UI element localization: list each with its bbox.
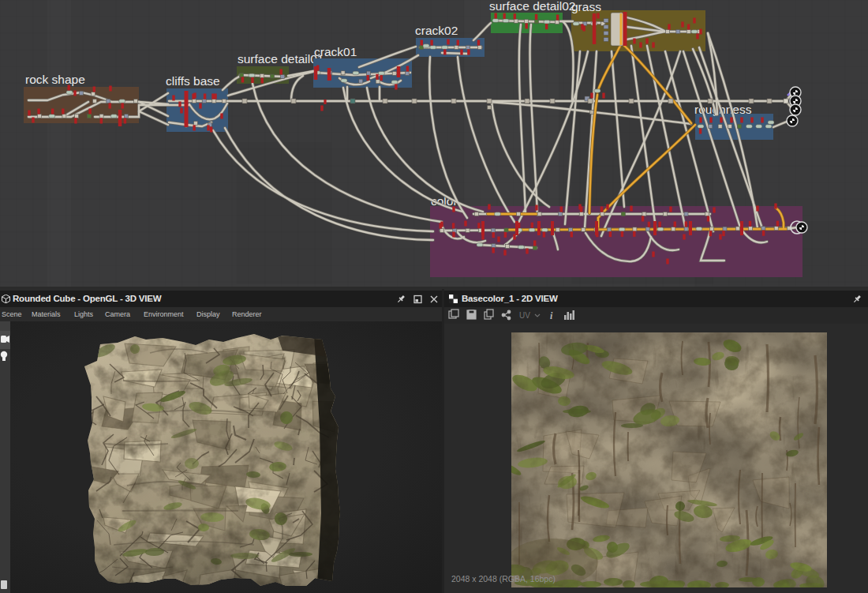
svg-text:cliffs base: cliffs base — [166, 74, 220, 88]
svg-text:surface detail01: surface detail01 — [238, 52, 324, 66]
svg-text:i: i — [550, 310, 553, 321]
svg-text:rock shape: rock shape — [25, 73, 85, 86]
svg-text:surface detail02: surface detail02 — [489, 0, 575, 13]
svg-text:2048 x 2048 (RGBA, 16bpc): 2048 x 2048 (RGBA, 16bpc) — [451, 574, 556, 584]
svg-text:crack01: crack01 — [314, 45, 357, 58]
svg-text:grass: grass — [571, 0, 601, 13]
svg-text:crack02: crack02 — [415, 24, 458, 37]
svg-text:UV: UV — [519, 311, 530, 320]
